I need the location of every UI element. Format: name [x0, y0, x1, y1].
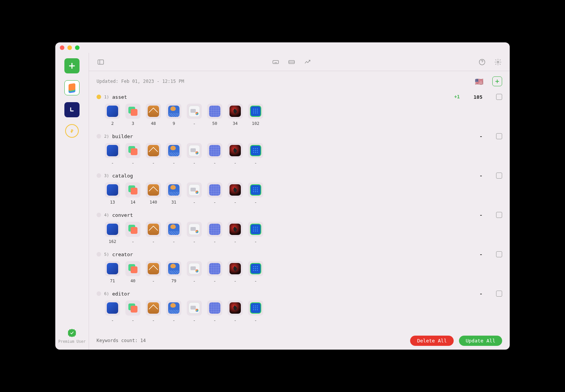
keyboard-view-button[interactable] — [272, 58, 280, 66]
update-all-button[interactable]: Update All — [459, 336, 502, 346]
app-rank: - — [214, 278, 216, 284]
app-cell[interactable]: - — [207, 143, 222, 166]
sidebar-app-l[interactable] — [64, 102, 80, 117]
app-icon-wrap — [248, 222, 263, 237]
app-cell[interactable]: - — [125, 143, 140, 166]
app-cell[interactable]: 31 — [166, 182, 181, 205]
keyword-header[interactable]: 2)builder- — [97, 133, 502, 139]
keyword-header[interactable]: 5)creator- — [97, 251, 502, 257]
app-rank: - — [254, 200, 257, 205]
app-cell[interactable]: 14 — [125, 182, 140, 205]
app-cell[interactable]: 40 — [125, 261, 140, 284]
app-rank: 3 — [132, 121, 134, 126]
app-cell[interactable]: - — [207, 222, 222, 244]
app-icon — [229, 184, 241, 196]
app-cell[interactable]: - — [207, 300, 222, 323]
keyword-checkbox[interactable] — [496, 173, 502, 179]
window-close-button[interactable] — [60, 45, 64, 50]
window-minimize-button[interactable] — [67, 45, 72, 50]
app-cell[interactable]: - — [248, 182, 263, 205]
app-cell[interactable]: - — [146, 300, 161, 323]
delete-all-button[interactable]: Delete All — [410, 336, 453, 346]
app-cell[interactable]: - — [228, 143, 243, 166]
keyword-header[interactable]: 1)asset+1105 — [97, 94, 502, 100]
app-rank: 48 — [151, 121, 156, 126]
app-cell[interactable]: 50 — [207, 104, 222, 126]
keyword-header[interactable]: 4)convert- — [97, 212, 502, 218]
toggle-sidebar-button[interactable] — [97, 58, 105, 66]
keyboard-icon — [272, 58, 279, 66]
app-rank: - — [214, 200, 216, 205]
app-cell[interactable]: 9 — [166, 104, 181, 126]
keyword-checkbox[interactable] — [496, 291, 502, 297]
sidebar-app-asset-catalog[interactable] — [64, 80, 80, 95]
keyword-checkbox[interactable] — [496, 212, 502, 218]
app-cell[interactable]: - — [228, 182, 243, 205]
app-icon — [189, 106, 200, 117]
app-cell[interactable]: - — [248, 143, 263, 166]
add-app-button[interactable] — [64, 58, 80, 73]
app-rank: - — [193, 239, 196, 244]
app-cell[interactable]: - — [228, 261, 243, 284]
list-view-button[interactable] — [287, 58, 296, 66]
app-cell[interactable]: 3 — [125, 104, 140, 126]
app-cell[interactable]: 79 — [166, 261, 181, 284]
app-icon-wrap — [146, 143, 161, 158]
app-cell[interactable]: 13 — [105, 182, 120, 205]
app-cell[interactable]: - — [187, 300, 202, 323]
keyword-checkbox[interactable] — [496, 133, 502, 139]
window-zoom-button[interactable] — [75, 45, 80, 50]
app-cell[interactable]: - — [146, 261, 161, 284]
app-cell[interactable]: - — [187, 143, 202, 166]
app-cell[interactable]: 140 — [146, 182, 161, 205]
app-icon-wrap — [166, 182, 181, 198]
keyword-checkbox[interactable] — [496, 251, 502, 257]
sidebar-app-ruble[interactable]: ₽ — [65, 124, 79, 138]
app-cell[interactable]: - — [125, 300, 140, 323]
keyword-row: 2)builder--------- — [97, 133, 502, 166]
keyword-checkbox[interactable] — [496, 94, 502, 100]
settings-button[interactable] — [494, 58, 502, 66]
app-cell[interactable]: - — [105, 300, 120, 323]
help-button[interactable] — [478, 58, 486, 66]
app-cell[interactable]: - — [146, 222, 161, 244]
app-cell[interactable]: - — [166, 300, 181, 323]
app-cell[interactable]: - — [207, 182, 222, 205]
app-cell[interactable]: - — [146, 143, 161, 166]
keyword-name: asset — [112, 94, 127, 100]
app-cell[interactable]: - — [228, 300, 243, 323]
app-cell[interactable]: - — [248, 222, 263, 244]
app-cell[interactable]: 34 — [228, 104, 243, 126]
app-icon-wrap — [248, 300, 263, 316]
app-cell[interactable]: - — [125, 222, 140, 244]
app-cell[interactable]: - — [187, 222, 202, 244]
keyword-header[interactable]: 3)catalog- — [97, 173, 502, 179]
app-cell[interactable]: - — [248, 261, 263, 284]
app-cell[interactable]: - — [187, 182, 202, 205]
app-cell[interactable]: - — [228, 222, 243, 244]
app-cell[interactable]: - — [105, 143, 120, 166]
app-cell[interactable]: 71 — [105, 261, 120, 284]
app-rank: - — [254, 239, 257, 244]
country-flag[interactable]: 🇺🇸 — [475, 78, 483, 86]
app-cell[interactable]: - — [166, 143, 181, 166]
app-rank: 162 — [109, 239, 116, 244]
app-cell[interactable]: 48 — [146, 104, 161, 126]
chart-view-button[interactable] — [303, 58, 312, 66]
app-cell[interactable]: - — [248, 300, 263, 323]
keyword-header[interactable]: 6)editor- — [97, 291, 502, 297]
app-cell[interactable]: - — [187, 104, 202, 126]
app-cell[interactable]: - — [166, 222, 181, 244]
sidebar: ₽ Premium User — [55, 53, 89, 350]
app-cell[interactable]: - — [187, 261, 202, 284]
app-cell[interactable]: 162 — [105, 222, 120, 244]
app-icon-wrap — [187, 261, 202, 276]
keyword-count: - — [468, 173, 482, 179]
app-icon — [148, 224, 159, 235]
app-cell[interactable]: 102 — [248, 104, 263, 126]
add-keyword-button[interactable] — [492, 76, 502, 86]
app-cell[interactable]: 2 — [105, 104, 120, 126]
app-icon — [127, 224, 139, 235]
app-icon — [229, 106, 241, 117]
app-cell[interactable]: - — [207, 261, 222, 284]
